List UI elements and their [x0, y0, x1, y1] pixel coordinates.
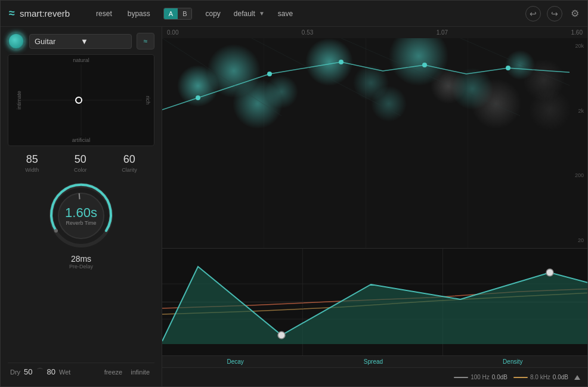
header-controls: reset bypass A B copy default ▼ save [94, 8, 525, 20]
svg-marker-46 [162, 267, 587, 347]
reverb-knob-area: 1.60s Reverb Time 28ms Pre-Delay [8, 180, 154, 358]
eq-label-decay: Decay [227, 358, 244, 365]
reverb-time-value: 1.60s [65, 206, 97, 220]
logo-icon: ≈ [9, 7, 15, 20]
link-icon: ⌒ [36, 367, 44, 377]
band1-control: 100 Hz 0.0dB [454, 374, 507, 380]
svg-point-12 [305, 38, 353, 86]
wet-label: Wet [59, 369, 70, 376]
clarity-label: Clarity [122, 167, 137, 173]
reverb-knob[interactable]: 1.60s Reverb Time [45, 180, 117, 252]
reverb-time-label: Reverb Time [65, 220, 97, 226]
freeze-button[interactable]: freeze [102, 367, 125, 377]
band2-gain[interactable]: 0.0dB [553, 374, 568, 380]
ab-b-button[interactable]: B [178, 8, 191, 19]
preset-selector[interactable]: Guitar ▼ [29, 34, 132, 49]
reset-button[interactable]: reset [94, 8, 114, 19]
time-ruler: 0.00 0.53 1.07 1.60 [162, 27, 587, 38]
predelay-label: Pre-Delay [69, 264, 93, 270]
width-control[interactable]: 85 Width [25, 153, 39, 173]
time-marker-0: 0.00 [167, 29, 178, 36]
knob-center-text: 1.60s Reverb Time [65, 206, 97, 226]
char-label-artificial: artificial [8, 136, 154, 145]
eq-labels: Decay Spread Density [162, 355, 587, 367]
freq-ruler: 20k 2k 200 20 [575, 38, 584, 248]
svg-point-47 [278, 332, 285, 339]
eq-svg: 100 50 0 [162, 249, 587, 355]
freq-marker-20k: 20k [575, 43, 584, 49]
svg-point-3 [54, 229, 58, 233]
band1-freq[interactable]: 100 Hz [471, 374, 490, 380]
preset-dropdown-arrow[interactable]: ▼ [259, 10, 265, 17]
color-control[interactable]: 50 Color [74, 153, 87, 173]
band1-line [454, 377, 468, 378]
svg-point-19 [431, 68, 466, 104]
header-right: ↩ ↪ ⚙ [525, 6, 579, 21]
clarity-value: 60 [123, 153, 135, 166]
main-content: Guitar ▼ ≈ natural intimate rich [1, 27, 587, 386]
left-panel: Guitar ▼ ≈ natural intimate rich [1, 27, 162, 386]
character-pad[interactable]: natural intimate rich artificial [8, 54, 154, 146]
logo-text: smart:reverb [20, 8, 70, 18]
freq-marker-200: 200 [575, 172, 584, 178]
infinite-button[interactable]: infinite [128, 367, 152, 377]
freq-marker-2k: 2k [575, 108, 584, 114]
svg-point-48 [546, 269, 553, 276]
copy-button[interactable]: copy [203, 8, 222, 19]
expand-button[interactable] [574, 375, 580, 380]
bokeh-canvas [162, 38, 570, 248]
svg-point-30 [422, 63, 427, 67]
predelay-area[interactable]: 28ms Pre-Delay [69, 254, 93, 270]
color-label: Color [74, 167, 87, 173]
char-position-dot[interactable] [75, 97, 82, 104]
dry-value[interactable]: 50 [24, 367, 32, 376]
preset-row: Guitar ▼ ≈ [8, 33, 154, 49]
preset-name: default [234, 10, 255, 18]
svg-point-18 [371, 86, 407, 122]
width-label: Width [25, 167, 39, 173]
header: ≈ smart:reverb reset bypass A B copy def… [1, 1, 587, 27]
eq-label-density: Density [503, 358, 522, 365]
eq-icon: ≈ [144, 37, 148, 45]
color-value: 50 [75, 153, 86, 166]
bottom-bar: 100 Hz 0.0dB 8.0 kHz 0.0dB [162, 367, 587, 386]
svg-point-31 [506, 66, 510, 70]
svg-point-20 [471, 79, 521, 129]
eq-graph[interactable]: 100 50 0 [162, 248, 587, 355]
eq-icon-button[interactable]: ≈ [137, 33, 154, 49]
svg-point-28 [267, 72, 272, 76]
char-label-rich: rich [146, 96, 151, 105]
wcc-row: 85 Width 50 Color 60 Clarity [8, 151, 154, 175]
time-marker-1: 0.53 [302, 29, 313, 36]
clarity-control[interactable]: 60 Clarity [122, 153, 137, 173]
preset-dropdown: default ▼ [234, 10, 265, 18]
band2-freq[interactable]: 8.0 kHz [530, 374, 550, 380]
band2-control: 8.0 kHz 0.0dB [513, 374, 568, 380]
preset-selector-arrow: ▼ [81, 37, 126, 46]
settings-button[interactable]: ⚙ [571, 8, 579, 19]
band2-line [513, 377, 528, 378]
eq-label-spread: Spread [364, 358, 383, 365]
predelay-value: 28ms [69, 254, 93, 264]
time-marker-3: 1.60 [571, 29, 583, 36]
band1-gain[interactable]: 0.0dB [492, 374, 507, 380]
power-led[interactable] [8, 33, 24, 49]
wet-value[interactable]: 80 [47, 367, 55, 376]
preset-selector-name: Guitar [35, 37, 81, 46]
save-button[interactable]: save [276, 8, 295, 19]
char-pad-inner[interactable]: intimate rich [20, 64, 142, 136]
bottom-right-controls: 100 Hz 0.0dB 8.0 kHz 0.0dB [454, 374, 580, 380]
svg-point-17 [233, 79, 283, 129]
freq-marker-20: 20 [575, 237, 584, 243]
right-panel: 0.00 0.53 1.07 1.60 [162, 27, 587, 386]
reverb-visualization[interactable]: 20k 2k 200 20 [162, 38, 587, 248]
ab-group: A B [163, 8, 193, 20]
redo-button[interactable]: ↪ [547, 6, 562, 21]
dry-wet-row: Dry 50 ⌒ 80 Wet freeze infinite [8, 363, 154, 380]
ab-a-button[interactable]: A [164, 8, 178, 19]
time-marker-2: 1.07 [437, 29, 448, 36]
char-label-natural: natural [8, 55, 154, 64]
bypass-button[interactable]: bypass [125, 8, 153, 19]
undo-button[interactable]: ↩ [525, 6, 541, 21]
svg-point-25 [529, 89, 570, 131]
